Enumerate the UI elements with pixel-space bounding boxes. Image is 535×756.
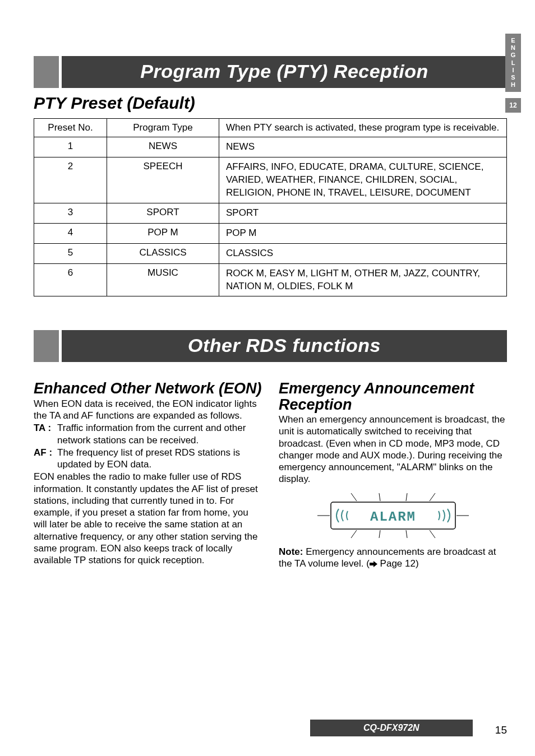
alarm-svg: ALARM [317, 493, 469, 538]
emergency-heading: Emergency Announcement Reception [279, 381, 507, 412]
svg-line-8 [379, 530, 380, 538]
svg-line-4 [379, 493, 380, 501]
lang-letter: G [505, 52, 521, 59]
bullet-text: Traffic information from the current and… [57, 422, 262, 446]
cell-desc: ROCK M, EASY M, LIGHT M, OTHER M, JAZZ, … [219, 263, 507, 296]
svg-line-10 [430, 530, 435, 538]
svg-line-9 [406, 530, 407, 538]
section-number-tab: 12 [505, 98, 521, 113]
emergency-column: Emergency Announcement Reception When an… [279, 376, 507, 570]
eon-bullet: TA : Traffic information from the curren… [34, 422, 262, 446]
table-row: 6 MUSIC ROCK M, EASY M, LIGHT M, OTHER M… [34, 263, 507, 296]
arrow-right-icon [370, 558, 377, 570]
cell-program-type: NEWS [107, 137, 219, 157]
eon-column: Enhanced Other Network (EON) When EON da… [34, 376, 262, 570]
cell-desc: POP M [219, 223, 507, 243]
eon-bullet: AF : The frequency list of preset RDS st… [34, 447, 262, 471]
cell-desc: SPORT [219, 203, 507, 223]
section-title: Other RDS functions [62, 330, 507, 362]
note-page: Page 12) [377, 558, 419, 569]
section-title-bar: Other RDS functions [34, 330, 507, 362]
cell-preset-no: 2 [34, 157, 107, 203]
section-number: 12 [509, 101, 516, 109]
cell-desc: AFFAIRS, INFO, EDUCATE, DRAMA, CULTURE, … [219, 157, 507, 203]
page-footer: CQ-DFX972N 15 [34, 720, 507, 736]
section-title-bar: Program Type (PTY) Reception [34, 56, 507, 88]
emergency-para: When an emergency announcement is broadc… [279, 414, 507, 485]
pty-preset-table: Preset No. Program Type When PTY search … [34, 118, 507, 296]
language-tab: E N G L I S H [505, 34, 521, 92]
two-column-layout: Enhanced Other Network (EON) When EON da… [34, 376, 507, 570]
cell-program-type: SPORT [107, 203, 219, 223]
model-number: CQ-DFX972N [310, 720, 473, 736]
cell-preset-no: 4 [34, 223, 107, 243]
cell-program-type: POP M [107, 223, 219, 243]
section-title-lead [34, 56, 59, 88]
svg-line-3 [351, 493, 357, 501]
bullet-tag: TA : [34, 422, 57, 446]
cell-desc: CLASSICS [219, 243, 507, 263]
alarm-text: ALARM [370, 509, 416, 525]
table-header: When PTY search is activated, these prog… [219, 119, 507, 137]
cell-preset-no: 5 [34, 243, 107, 263]
table-header: Program Type [107, 119, 219, 137]
eon-para: EON enables the radio to make fuller use… [34, 471, 262, 566]
eon-heading: Enhanced Other Network (EON) [34, 381, 262, 396]
bullet-tag: AF : [34, 447, 57, 471]
note-label: Note: [279, 546, 303, 557]
lang-letter: I [505, 67, 521, 74]
lang-letter: E [505, 37, 521, 44]
lang-letter: H [505, 81, 521, 89]
cell-desc: NEWS [219, 137, 507, 157]
lang-letter: L [505, 59, 521, 67]
subsection-heading: PTY Preset (Default) [34, 94, 507, 113]
table-row: 4 POP M POP M [34, 223, 507, 243]
bullet-text: The frequency list of preset RDS station… [57, 447, 262, 471]
page-number: 15 [495, 724, 507, 736]
cell-program-type: SPEECH [107, 157, 219, 203]
table-row: 5 CLASSICS CLASSICS [34, 243, 507, 263]
section-title-lead [34, 330, 59, 362]
svg-line-7 [351, 530, 357, 538]
svg-line-5 [406, 493, 407, 501]
table-row: 3 SPORT SPORT [34, 203, 507, 223]
section-title: Program Type (PTY) Reception [62, 56, 507, 88]
alarm-display-illustration: ALARM [317, 493, 469, 538]
table-row: 2 SPEECH AFFAIRS, INFO, EDUCATE, DRAMA, … [34, 157, 507, 203]
cell-program-type: MUSIC [107, 263, 219, 296]
emergency-note: Note: Emergency announcements are broadc… [279, 546, 507, 570]
table-header: Preset No. [34, 119, 107, 137]
lang-letter: S [505, 74, 521, 81]
cell-preset-no: 1 [34, 137, 107, 157]
lang-letter: N [505, 44, 521, 52]
svg-line-6 [430, 493, 435, 501]
cell-preset-no: 3 [34, 203, 107, 223]
cell-program-type: CLASSICS [107, 243, 219, 263]
table-row: 1 NEWS NEWS [34, 137, 507, 157]
eon-intro: When EON data is received, the EON indic… [34, 398, 262, 422]
table-header-row: Preset No. Program Type When PTY search … [34, 119, 507, 137]
cell-preset-no: 6 [34, 263, 107, 296]
